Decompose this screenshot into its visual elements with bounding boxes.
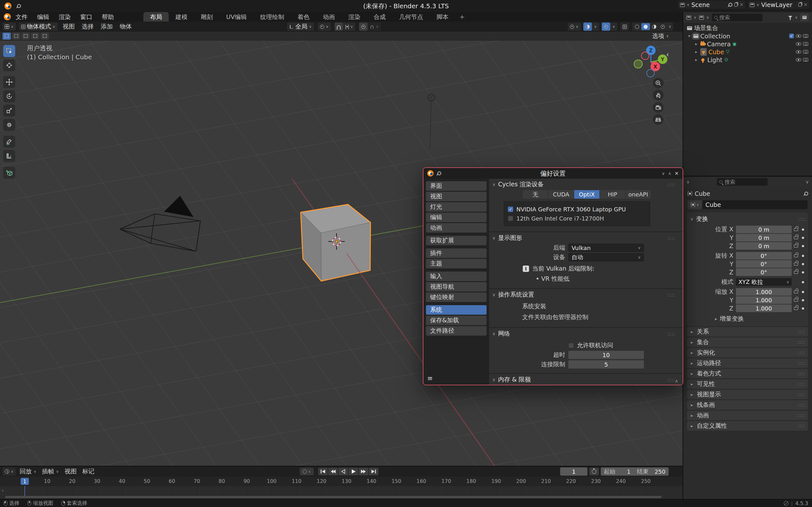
animate-dot-icon[interactable] [802, 263, 804, 265]
prefs-nav-插件[interactable]: 插件 [426, 248, 487, 258]
drag-handle-icon[interactable] [667, 378, 674, 382]
current-frame-field[interactable]: 1 [560, 467, 588, 475]
outliner-row-cube[interactable]: ▸ ▼ Cube ▽ [683, 48, 812, 56]
number-field-超时[interactable]: 10 [568, 351, 644, 359]
pan-hand-button[interactable] [653, 90, 664, 101]
move-tool[interactable] [3, 76, 15, 88]
panel-视图显示[interactable]: ▸ 视图显示 [687, 390, 808, 399]
menu-object[interactable]: 物体 [118, 22, 134, 31]
timeline-keyframe-area[interactable]: › [0, 486, 682, 497]
drag-handle-icon[interactable] [798, 361, 804, 365]
playhead-line[interactable] [24, 486, 25, 497]
workspace-tab-着色[interactable]: 着色 [291, 12, 316, 21]
select-mode-button-3[interactable] [31, 33, 39, 40]
drag-handle-icon[interactable] [667, 293, 674, 297]
panel-动画[interactable]: ▸ 动画 [687, 411, 808, 420]
jump-to-start-button[interactable] [318, 468, 328, 475]
drag-handle-icon[interactable] [667, 237, 674, 240]
transform-field-Y[interactable]: 0° [736, 260, 792, 268]
prefs-nav-灯光[interactable]: 灯光 [426, 202, 487, 212]
play-button[interactable] [349, 468, 358, 475]
lock-icon[interactable] [794, 271, 798, 274]
blender-menu-icon[interactable] [4, 13, 11, 20]
auto-keying-button[interactable]: ∨ [300, 468, 314, 475]
outliner-row-camera[interactable]: ▸ Camera ▣ [683, 40, 812, 48]
xray-dropdown[interactable]: ∨ [610, 22, 618, 31]
panel-关系[interactable]: ▸ 关系 [687, 327, 808, 337]
close-preferences-button[interactable]: ✕ [675, 170, 679, 176]
timeline-editor-type-button[interactable]: ∨ [3, 467, 16, 475]
device-type-无[interactable]: 无 [523, 190, 548, 199]
properties-search-input[interactable]: 搜索 [717, 178, 768, 186]
drag-handle-icon[interactable] [798, 403, 804, 406]
shading-material-button[interactable] [650, 23, 658, 30]
collection-checkbox[interactable]: ✓ [789, 34, 794, 38]
device-type-HIP[interactable]: HIP [600, 190, 625, 199]
chevron-down-icon[interactable]: ∨ [667, 25, 672, 29]
viewport-options-button[interactable]: 选项 ∨ [652, 32, 669, 40]
animate-dot-icon[interactable] [802, 299, 804, 301]
workspace-tab-脚本[interactable]: 脚本 [430, 12, 455, 21]
drag-handle-icon[interactable] [667, 332, 674, 336]
annotate-tool[interactable] [3, 135, 15, 148]
workspace-tab-渲染[interactable]: 渲染 [342, 12, 367, 21]
add-c ube-tool[interactable] [3, 167, 15, 179]
prefs-nav-保存&加载[interactable]: 保存&加载 [426, 316, 487, 325]
transform-field-Y[interactable]: 1.000 [736, 296, 792, 304]
chevron-down-icon[interactable]: ∨ [687, 3, 690, 7]
register-label[interactable]: 系统安装 [522, 302, 679, 311]
workspace-tab-雕刻[interactable]: 雕刻 [194, 12, 219, 21]
select-mode-button-4[interactable] [41, 33, 49, 40]
eye-icon[interactable] [796, 42, 801, 46]
editor-type-button[interactable]: ∨ [3, 22, 16, 31]
panel-集合[interactable]: ▸ 集合 [687, 337, 808, 347]
channel-expander-icon[interactable]: › [2, 488, 4, 493]
jump-to-end-button[interactable] [369, 468, 378, 475]
outliner-editor-icon[interactable] [687, 15, 691, 20]
drag-handle-icon[interactable] [798, 351, 804, 354]
unlink-icon[interactable]: ✕ [803, 2, 808, 8]
select-box-tool[interactable] [3, 45, 15, 57]
timeline-scrollbar[interactable] [5, 496, 662, 498]
prefs-nav-获取扩展[interactable]: 获取扩展 [426, 236, 487, 245]
drag-handle-icon[interactable] [798, 341, 804, 344]
prefs-nav-文件路径[interactable]: 文件路径 [426, 326, 487, 336]
pin-icon[interactable] [804, 192, 808, 195]
lock-icon[interactable] [794, 299, 798, 302]
transform-field-位置 X[interactable]: 0 m [736, 226, 792, 233]
drag-handle-icon[interactable] [667, 183, 674, 186]
drag-handle-icon[interactable] [798, 372, 804, 375]
new-collection-button[interactable] [800, 14, 809, 21]
render-visibility-icon[interactable] [803, 58, 808, 61]
workspace-tab-建模[interactable]: 建模 [169, 12, 194, 21]
menu-edit[interactable]: 编辑 [32, 12, 54, 21]
transform-field-Z[interactable]: 0° [736, 268, 792, 276]
lock-icon[interactable] [794, 245, 798, 247]
animate-dot-icon[interactable] [802, 237, 804, 239]
drag-handle-icon[interactable] [798, 217, 805, 221]
show-gizmo-button[interactable]: ∨ [568, 22, 581, 31]
prefs-nav-动画[interactable]: 动画 [426, 223, 487, 233]
device-type-oneAPI[interactable]: oneAPI [625, 190, 651, 199]
shading-solid-button[interactable] [641, 23, 650, 30]
render-visibility-icon[interactable] [803, 50, 808, 54]
panel-线条画[interactable]: ▸ 线条画 [687, 400, 808, 410]
drag-handle-icon[interactable] [798, 330, 804, 333]
prefs-nav-视图导航[interactable]: 视图导航 [426, 282, 487, 291]
delta-transform-toggle[interactable]: ▸ 增量变换 [715, 315, 805, 323]
frame-start-field[interactable]: 起始1 [601, 467, 634, 475]
drag-handle-icon[interactable] [798, 414, 804, 417]
render-visibility-icon[interactable] [803, 34, 808, 38]
prefs-nav-编辑[interactable]: 编辑 [426, 213, 487, 222]
snap-settings[interactable]: |•| ∨ [343, 22, 356, 31]
select-mode-button-2[interactable] [21, 33, 30, 40]
outliner-row-light[interactable]: ▸ Light ⊙ [683, 56, 812, 64]
transform-field-旋转 X[interactable]: 0° [736, 252, 792, 260]
frame-end-field[interactable]: 结束250 [634, 467, 669, 475]
shading-rendered-button[interactable] [658, 23, 667, 30]
proportional-falloff[interactable]: ∩ ∨ [368, 22, 381, 31]
shading-wireframe-button[interactable] [633, 23, 641, 30]
outliner-row-collection[interactable]: ▾ Collection ✓ [683, 32, 812, 40]
filter-icon[interactable] [788, 16, 792, 18]
transform-field-Z[interactable]: 0 m [736, 242, 792, 250]
